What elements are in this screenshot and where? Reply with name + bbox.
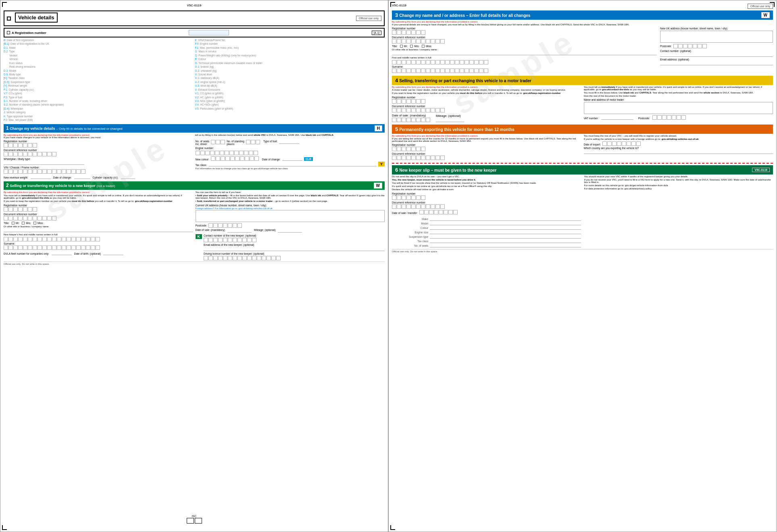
cell[interactable] xyxy=(411,118,416,122)
cell[interactable] xyxy=(221,140,225,144)
cell[interactable] xyxy=(416,69,421,73)
cell[interactable] xyxy=(33,152,37,156)
cell[interactable] xyxy=(28,245,32,250)
cell[interactable] xyxy=(392,147,396,151)
cell[interactable] xyxy=(421,99,425,104)
cell[interactable] xyxy=(208,256,213,260)
cell[interactable] xyxy=(18,207,23,212)
cell[interactable] xyxy=(465,69,469,73)
cell[interactable] xyxy=(402,147,406,151)
cell[interactable] xyxy=(392,60,396,64)
postcode-cell[interactable] xyxy=(702,44,707,48)
cell[interactable] xyxy=(233,256,237,260)
cell[interactable] xyxy=(23,152,27,156)
cell[interactable] xyxy=(431,204,435,209)
cell[interactable] xyxy=(392,39,396,44)
cell[interactable] xyxy=(267,256,271,260)
postcode-cell[interactable] xyxy=(223,223,227,228)
cell[interactable] xyxy=(47,237,52,241)
cell[interactable] xyxy=(402,195,406,200)
cell[interactable] xyxy=(42,152,47,156)
cell[interactable] xyxy=(455,69,459,73)
cell[interactable] xyxy=(37,216,42,220)
cell[interactable] xyxy=(13,216,18,220)
cell[interactable] xyxy=(416,60,421,64)
cell[interactable] xyxy=(4,245,8,250)
cell[interactable] xyxy=(416,108,421,112)
cell[interactable] xyxy=(250,156,254,161)
cell[interactable] xyxy=(13,207,18,212)
cell[interactable] xyxy=(431,108,435,112)
cell[interactable] xyxy=(474,69,479,73)
cell[interactable] xyxy=(406,118,411,122)
cell[interactable] xyxy=(426,60,430,64)
email-input[interactable] xyxy=(204,247,385,251)
cell[interactable] xyxy=(76,245,81,250)
cell[interactable] xyxy=(47,152,52,156)
cell[interactable] xyxy=(37,237,42,241)
cell[interactable] xyxy=(8,216,13,220)
cell[interactable] xyxy=(86,237,90,241)
cell[interactable] xyxy=(47,216,52,220)
cell[interactable] xyxy=(465,60,469,64)
cell[interactable] xyxy=(225,151,229,155)
cell[interactable] xyxy=(221,156,225,161)
cell[interactable] xyxy=(235,156,240,161)
cell[interactable] xyxy=(67,245,71,250)
cell[interactable] xyxy=(411,204,416,209)
cell[interactable] xyxy=(479,60,483,64)
postcode-cell[interactable] xyxy=(672,115,676,120)
address-box[interactable] xyxy=(196,210,385,222)
reg-input-field[interactable] xyxy=(189,30,229,35)
cell[interactable] xyxy=(23,207,27,212)
tax-class-input[interactable] xyxy=(208,162,377,166)
cell[interactable] xyxy=(91,237,95,241)
cell[interactable] xyxy=(419,210,424,214)
cell[interactable] xyxy=(52,152,56,156)
cell[interactable] xyxy=(81,245,85,250)
cell[interactable] xyxy=(469,60,474,64)
cell[interactable] xyxy=(416,156,421,160)
cell[interactable] xyxy=(208,238,213,242)
cell[interactable] xyxy=(28,169,32,174)
cell[interactable] xyxy=(397,147,401,151)
s3-address-box[interactable] xyxy=(660,31,773,43)
cell[interactable] xyxy=(33,207,37,212)
cell[interactable] xyxy=(42,216,47,220)
cell[interactable] xyxy=(431,60,435,64)
cell[interactable] xyxy=(262,256,266,260)
cell[interactable] xyxy=(18,169,23,174)
cell[interactable] xyxy=(435,60,440,64)
cell[interactable] xyxy=(416,195,421,200)
cell[interactable] xyxy=(411,147,416,151)
cell[interactable] xyxy=(251,140,255,144)
cell[interactable] xyxy=(426,69,430,73)
cell[interactable] xyxy=(28,143,32,148)
cell[interactable] xyxy=(460,69,464,73)
cell[interactable] xyxy=(71,237,76,241)
cell[interactable] xyxy=(397,39,401,44)
cell[interactable] xyxy=(256,140,260,144)
cell[interactable] xyxy=(421,30,425,35)
cell[interactable] xyxy=(18,216,23,220)
cell[interactable] xyxy=(411,30,416,35)
cell[interactable] xyxy=(91,245,95,250)
cell[interactable] xyxy=(210,151,215,155)
cell[interactable] xyxy=(47,169,52,174)
cell[interactable] xyxy=(445,60,450,64)
cell[interactable] xyxy=(252,256,256,260)
cell[interactable] xyxy=(431,69,435,73)
cell[interactable] xyxy=(228,238,232,242)
cell[interactable] xyxy=(218,238,223,242)
cell[interactable] xyxy=(81,169,85,174)
cell[interactable] xyxy=(607,141,612,146)
cell[interactable] xyxy=(402,156,406,160)
cell[interactable] xyxy=(469,69,474,73)
cell[interactable] xyxy=(247,238,252,242)
cell[interactable] xyxy=(18,143,23,148)
cell[interactable] xyxy=(76,237,81,241)
cell[interactable] xyxy=(57,245,61,250)
cell[interactable] xyxy=(8,169,13,174)
cell[interactable] xyxy=(435,156,440,160)
postcode-cell[interactable] xyxy=(681,115,686,120)
